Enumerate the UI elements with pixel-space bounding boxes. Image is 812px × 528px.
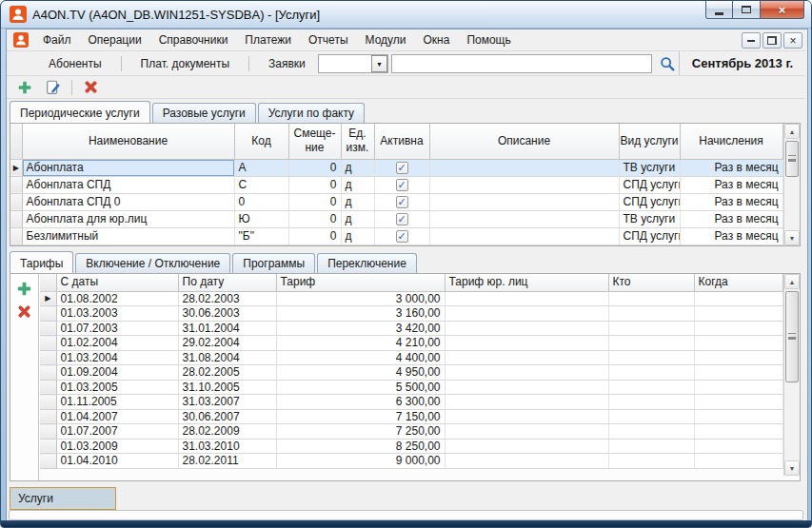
cell-when[interactable] bbox=[694, 439, 782, 454]
menu-operations[interactable]: Операции bbox=[80, 30, 150, 49]
nav-subscribers-button[interactable]: Абоненты bbox=[30, 52, 121, 75]
cell-to-date[interactable]: 31.08.2004 bbox=[178, 350, 276, 365]
col-when[interactable]: Когда bbox=[694, 274, 782, 291]
cell-accrual[interactable]: Раз в месяц bbox=[680, 210, 782, 227]
service-row[interactable]: ▶АбонплатаА0д✓ТВ услугиРаз в месяц bbox=[10, 159, 782, 176]
menu-directories[interactable]: Справочники bbox=[150, 30, 237, 49]
tariff-row[interactable]: 01.09.200428.02.20054 950,00 bbox=[40, 365, 782, 381]
cell-description[interactable] bbox=[429, 193, 619, 210]
cell-accrual[interactable]: Раз в месяц bbox=[680, 193, 782, 210]
cell-service-type[interactable]: СПД услуги bbox=[619, 193, 680, 210]
scroll-thumb[interactable] bbox=[785, 291, 799, 382]
nav-requests-button[interactable]: Заявки bbox=[249, 52, 325, 75]
cell-when[interactable] bbox=[694, 365, 782, 381]
cell-from-date[interactable]: 01.09.2004 bbox=[56, 365, 178, 381]
cell-tariff-legal[interactable] bbox=[445, 409, 608, 424]
col-tariff[interactable]: Тариф bbox=[276, 274, 445, 291]
cell-from-date[interactable]: 01.07.2007 bbox=[56, 424, 178, 440]
cell-code[interactable]: 0 bbox=[234, 193, 288, 210]
menu-modules[interactable]: Модули bbox=[357, 30, 415, 49]
menu-help[interactable]: Помощь bbox=[458, 30, 519, 49]
tab-programs[interactable]: Программы bbox=[232, 253, 315, 273]
service-row[interactable]: Абонплата СПДС0д✓СПД услугиРаз в месяц bbox=[10, 176, 782, 193]
cell-name[interactable]: Абонплата СПД bbox=[22, 176, 234, 193]
cell-from-date[interactable]: 01.03.2005 bbox=[56, 380, 178, 395]
tariff-row[interactable]: 01.03.200931.03.20108 250,00 bbox=[40, 439, 782, 454]
cell-tariff-legal[interactable] bbox=[445, 321, 608, 336]
cell-tariff[interactable]: 8 250,00 bbox=[276, 439, 445, 454]
service-row[interactable]: Абонплата для юр.лицЮ0д✓ТВ услугиРаз в м… bbox=[10, 210, 782, 227]
cell-description[interactable] bbox=[429, 176, 619, 193]
window-tab-services[interactable]: Услуги bbox=[10, 487, 116, 510]
service-row[interactable]: Абонплата СПД 000д✓СПД услугиРаз в месяц bbox=[10, 193, 782, 210]
tab-switching[interactable]: Переключение bbox=[317, 253, 417, 273]
cell-tariff[interactable]: 6 300,00 bbox=[276, 395, 445, 410]
cell-tariff[interactable]: 3 000,00 bbox=[276, 291, 445, 306]
minimize-button[interactable] bbox=[705, 1, 733, 19]
col-accrual[interactable]: Начисления bbox=[680, 124, 782, 159]
cell-description[interactable] bbox=[429, 210, 619, 227]
tariff-row[interactable]: 01.04.201028.02.20119 000,00 bbox=[40, 454, 782, 469]
cell-when[interactable] bbox=[694, 380, 782, 395]
cell-who[interactable] bbox=[608, 454, 694, 469]
tariffs-scrollbar[interactable]: ▲ ▼ bbox=[783, 274, 800, 476]
cell-tariff[interactable]: 4 400,00 bbox=[276, 350, 445, 365]
col-offset[interactable]: Смеще- ние bbox=[288, 124, 341, 159]
tab-on-off[interactable]: Включение / Отключение bbox=[75, 253, 230, 273]
scroll-up-button[interactable]: ▲ bbox=[784, 274, 800, 289]
cell-code[interactable]: А bbox=[234, 159, 288, 176]
cell-from-date[interactable]: 01.02.2004 bbox=[56, 336, 178, 351]
active-checkbox[interactable]: ✓ bbox=[396, 213, 408, 225]
title-bar[interactable]: A4ON.TV (A4ON_DB.WIN1251-SYSDBA) - [Услу… bbox=[1, 1, 812, 29]
menu-file[interactable]: Файл bbox=[34, 30, 80, 49]
cell-unit[interactable]: д bbox=[341, 193, 374, 210]
menu-windows[interactable]: Окна bbox=[415, 30, 459, 49]
tariff-delete-button[interactable] bbox=[14, 302, 35, 321]
cell-from-date[interactable]: 01.04.2010 bbox=[56, 454, 178, 469]
cell-tariff[interactable]: 4 950,00 bbox=[276, 365, 445, 381]
cell-active[interactable]: ✓ bbox=[374, 210, 429, 227]
cell-tariff-legal[interactable] bbox=[445, 350, 608, 365]
cell-tariff-legal[interactable] bbox=[445, 395, 608, 410]
cell-when[interactable] bbox=[694, 395, 782, 410]
cell-who[interactable] bbox=[608, 306, 694, 322]
cell-to-date[interactable]: 31.03.2007 bbox=[178, 395, 276, 410]
close-button[interactable]: × bbox=[761, 1, 804, 19]
cell-active[interactable]: ✓ bbox=[374, 193, 429, 210]
scroll-down-button[interactable]: ▼ bbox=[784, 230, 800, 245]
cell-who[interactable] bbox=[608, 365, 694, 381]
cell-when[interactable] bbox=[694, 350, 782, 365]
cell-from-date[interactable]: 01.11.2005 bbox=[56, 395, 178, 410]
cell-name[interactable]: Абонплата для юр.лиц bbox=[22, 210, 234, 227]
col-service-type[interactable]: Вид услуги bbox=[619, 124, 680, 159]
scroll-up-button[interactable]: ▲ bbox=[784, 124, 800, 139]
cell-from-date[interactable]: 01.03.2003 bbox=[56, 306, 178, 322]
cell-active[interactable]: ✓ bbox=[374, 227, 429, 244]
cell-service-type[interactable]: СПД услуги bbox=[619, 227, 680, 244]
filter-combo-input[interactable] bbox=[319, 55, 371, 72]
cell-when[interactable] bbox=[694, 409, 782, 424]
cell-tariff[interactable]: 4 210,00 bbox=[276, 336, 445, 351]
cell-to-date[interactable]: 31.10.2005 bbox=[178, 380, 276, 395]
tariff-row[interactable]: ▶01.08.200228.02.20033 000,00 bbox=[40, 291, 782, 306]
col-unit[interactable]: Ед. изм. bbox=[341, 124, 374, 159]
col-code[interactable]: Код bbox=[234, 124, 288, 159]
add-button[interactable] bbox=[14, 78, 35, 97]
mdi-minimize-button[interactable] bbox=[742, 32, 761, 49]
col-description[interactable]: Описание bbox=[429, 124, 619, 159]
cell-when[interactable] bbox=[694, 424, 782, 440]
scroll-thumb[interactable] bbox=[785, 141, 799, 177]
cell-active[interactable]: ✓ bbox=[374, 176, 429, 193]
col-to-date[interactable]: По дату bbox=[178, 274, 276, 291]
cell-when[interactable] bbox=[694, 454, 782, 469]
cell-when[interactable] bbox=[694, 291, 782, 306]
cell-name[interactable]: Безлимитный bbox=[22, 227, 234, 244]
cell-code[interactable]: "Б" bbox=[234, 227, 288, 244]
active-checkbox[interactable]: ✓ bbox=[396, 230, 408, 243]
cell-when[interactable] bbox=[694, 321, 782, 336]
period-label[interactable]: Сентябрь 2013 г. bbox=[679, 51, 805, 75]
cell-to-date[interactable]: 31.01.2004 bbox=[178, 321, 276, 336]
active-checkbox[interactable]: ✓ bbox=[396, 196, 408, 208]
cell-accrual[interactable]: Раз в месяц bbox=[680, 159, 782, 176]
cell-from-date[interactable]: 01.08.2002 bbox=[56, 291, 178, 306]
